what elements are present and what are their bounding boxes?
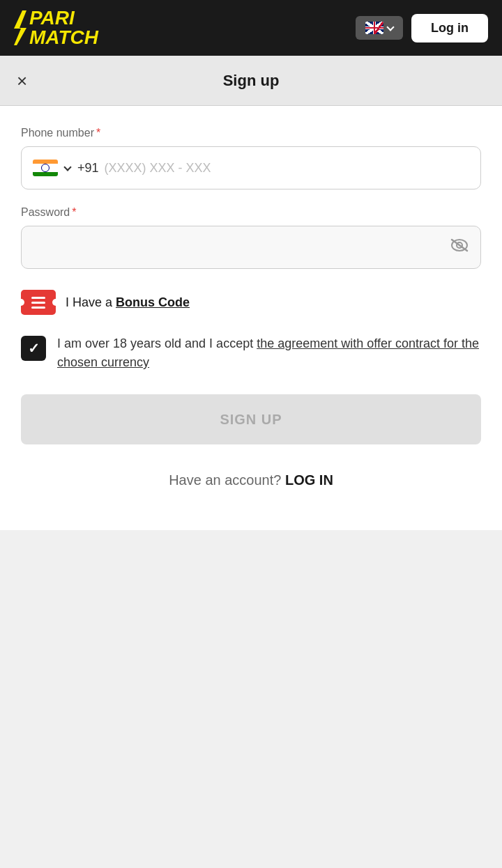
svg-marker-0 (14, 10, 26, 45)
logo-text-top: PARI (29, 8, 98, 28)
logo: PARI MATCH (14, 8, 98, 47)
phone-country-chevron-icon (63, 163, 71, 171)
india-flag-icon (33, 160, 58, 176)
terms-checkbox-row: ✓ I am over 18 years old and I accept th… (21, 334, 481, 372)
phone-placeholder: (XXXX) XXX - XXX (105, 161, 211, 176)
ticket-icon (21, 290, 56, 315)
lang-chevron-icon (386, 23, 394, 31)
checkmark-icon: ✓ (28, 341, 40, 355)
language-selector[interactable] (356, 16, 403, 40)
phone-country-code: +91 (77, 161, 99, 176)
bonus-code-row: I Have a Bonus Code (21, 290, 481, 315)
form-area: Phone number* +91 (XXXX) XXX - XXX Passw… (0, 106, 502, 530)
bonus-code-link[interactable]: Bonus Code (116, 295, 190, 309)
phone-input-wrap[interactable]: +91 (XXXX) XXX - XXX (21, 146, 481, 189)
signup-button[interactable]: SIGN UP (21, 394, 481, 444)
terms-checkbox[interactable]: ✓ (21, 336, 46, 361)
nav-right: Log in (356, 14, 488, 42)
uk-flag-icon (365, 22, 383, 34)
have-account-row: Have an account? LOG IN (21, 472, 481, 502)
logo-text-bottom: MATCH (29, 28, 98, 47)
eye-hidden-icon[interactable] (450, 238, 469, 256)
login-button[interactable]: Log in (411, 14, 488, 42)
password-input-wrap[interactable] (21, 226, 481, 269)
signup-header: × Sign up (0, 56, 502, 106)
bonus-code-text: I Have a Bonus Code (66, 295, 190, 310)
signup-title: Sign up (223, 72, 280, 90)
navbar: PARI MATCH Log in (0, 0, 502, 56)
logo-lightning-icon (14, 10, 26, 45)
password-input[interactable] (33, 240, 450, 255)
page-background (0, 530, 502, 669)
close-button[interactable]: × (17, 72, 27, 90)
phone-label: Phone number* (21, 127, 481, 139)
password-label: Password* (21, 206, 481, 219)
have-account-login-link[interactable]: LOG IN (285, 472, 333, 488)
terms-text: I am over 18 years old and I accept the … (57, 334, 481, 372)
